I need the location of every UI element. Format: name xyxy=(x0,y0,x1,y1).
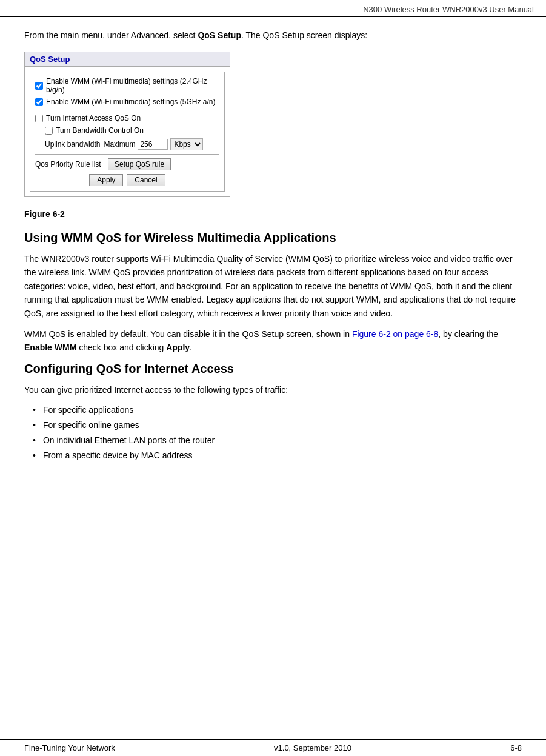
wmm-5ghz-row: Enable WMM (Wi-Fi multimedia) settings (… xyxy=(35,98,219,106)
wmm-24ghz-label: Enable WMM (Wi-Fi multimedia) settings (… xyxy=(46,77,219,94)
para2-suffix: . xyxy=(190,343,192,352)
internet-access-qos-row: Turn Internet Access QoS On xyxy=(35,114,219,122)
bandwidth-control-checkbox[interactable] xyxy=(45,127,53,135)
bandwidth-label: Uplink bandwidth xyxy=(45,140,100,149)
header-title: N300 Wireless Router WNR2000v3 User Manu… xyxy=(363,5,534,14)
action-buttons: Apply Cancel xyxy=(35,174,219,186)
bandwidth-max-label: Maximum xyxy=(104,140,135,149)
list-item: From a specific device by MAC address xyxy=(30,449,522,462)
footer-center: v1.0, September 2010 xyxy=(115,743,510,752)
page-footer: Fine-Tuning Your Network v1.0, September… xyxy=(0,739,546,756)
para2-bold1: Enable WMM xyxy=(24,343,76,352)
intro-text-after: . The QoS Setup screen displays: xyxy=(241,30,367,40)
page-content: From the main menu, under Advanced, sele… xyxy=(0,17,546,508)
bandwidth-control-row: Turn Bandwidth Control On xyxy=(35,126,219,135)
wmm-24ghz-row: Enable WMM (Wi-Fi multimedia) settings (… xyxy=(35,77,219,94)
figure-label: Figure 6-2 xyxy=(24,209,522,219)
para2-middle2: check box and clicking xyxy=(76,343,166,352)
internet-access-qos-label: Turn Internet Access QoS On xyxy=(46,114,141,122)
section2-intro: You can give prioritized Internet access… xyxy=(24,383,522,396)
internet-access-qos-checkbox[interactable] xyxy=(35,115,43,122)
list-item: On individual Ethernet LAN ports of the … xyxy=(30,434,522,447)
footer-right: 6-8 xyxy=(510,743,522,752)
section1-paragraph1: The WNR2000v3 router supports Wi-Fi Mult… xyxy=(24,252,522,320)
intro-text-before: From the main menu, under Advanced, sele… xyxy=(24,30,198,40)
bandwidth-control-label: Turn Bandwidth Control On xyxy=(56,126,144,135)
bandwidth-settings-row: Uplink bandwidth Maximum Kbps Mbps xyxy=(35,138,219,150)
wmm-5ghz-checkbox[interactable] xyxy=(35,98,43,106)
para2-middle: , by clearing the xyxy=(438,329,498,339)
qos-priority-row: Qos Priority Rule list Setup QoS rule xyxy=(35,158,219,170)
list-item: For specific online games xyxy=(30,419,522,432)
para2-bold2: Apply xyxy=(166,343,190,352)
wmm-5ghz-label: Enable WMM (Wi-Fi multimedia) settings (… xyxy=(46,98,215,106)
qos-priority-label: Qos Priority Rule list xyxy=(35,160,102,169)
intro-bold: QoS Setup xyxy=(198,30,241,40)
bandwidth-value-input[interactable] xyxy=(138,139,168,150)
qos-setup-box: QoS Setup Enable WMM (Wi-Fi multimedia) … xyxy=(24,52,230,197)
setup-qos-rule-button[interactable]: Setup QoS rule xyxy=(108,158,171,170)
apply-button[interactable]: Apply xyxy=(89,174,123,186)
list-item: For specific applications xyxy=(30,404,522,416)
cancel-button[interactable]: Cancel xyxy=(127,174,165,186)
page-header: N300 Wireless Router WNR2000v3 User Manu… xyxy=(0,0,546,17)
bandwidth-unit-select[interactable]: Kbps Mbps xyxy=(170,138,203,150)
section1-heading: Using WMM QoS for Wireless Multimedia Ap… xyxy=(24,231,522,245)
section1-paragraph2: WMM QoS is enabled by default. You can d… xyxy=(24,327,522,355)
section2-heading: Configuring QoS for Internet Access xyxy=(24,362,522,376)
para2-prefix: WMM QoS is enabled by default. You can d… xyxy=(24,329,352,339)
intro-paragraph: From the main menu, under Advanced, sele… xyxy=(24,29,522,42)
figure-link[interactable]: Figure 6-2 on page 6-8 xyxy=(352,329,438,339)
footer-left: Fine-Tuning Your Network xyxy=(24,743,115,752)
qos-inner-panel: Enable WMM (Wi-Fi multimedia) settings (… xyxy=(30,72,225,192)
bullet-list: For specific applications For specific o… xyxy=(30,404,522,462)
qos-setup-title: QoS Setup xyxy=(25,52,230,67)
wmm-24ghz-checkbox[interactable] xyxy=(35,82,43,90)
